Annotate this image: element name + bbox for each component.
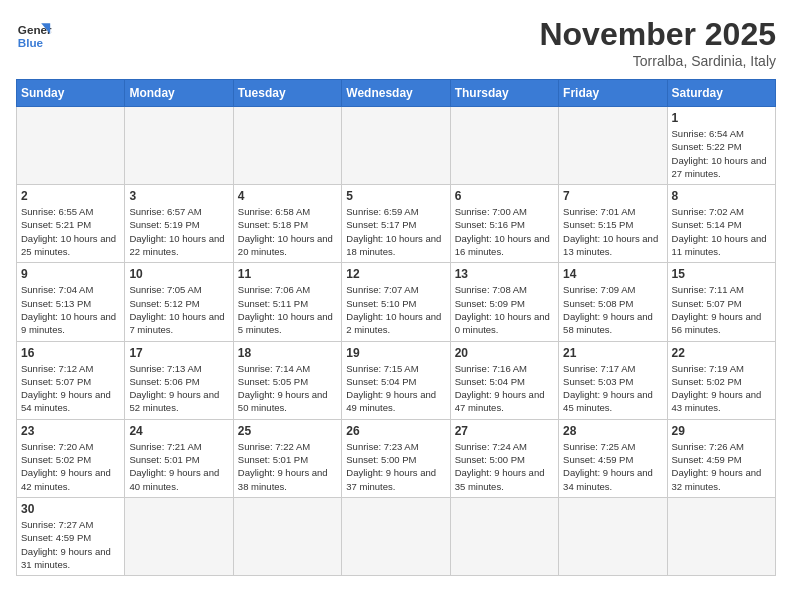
day-info: Sunrise: 6:55 AM Sunset: 5:21 PM Dayligh… <box>21 205 120 258</box>
day-number: 11 <box>238 267 337 281</box>
day-number: 7 <box>563 189 662 203</box>
day-number: 4 <box>238 189 337 203</box>
svg-text:Blue: Blue <box>18 36 44 49</box>
day-info: Sunrise: 7:17 AM Sunset: 5:03 PM Dayligh… <box>563 362 662 415</box>
day-info: Sunrise: 7:05 AM Sunset: 5:12 PM Dayligh… <box>129 283 228 336</box>
day-number: 21 <box>563 346 662 360</box>
calendar-cell <box>450 107 558 185</box>
day-number: 5 <box>346 189 445 203</box>
calendar-cell: 9Sunrise: 7:04 AM Sunset: 5:13 PM Daylig… <box>17 263 125 341</box>
day-number: 27 <box>455 424 554 438</box>
calendar-cell <box>125 107 233 185</box>
calendar-week-row: 2Sunrise: 6:55 AM Sunset: 5:21 PM Daylig… <box>17 185 776 263</box>
weekday-header-saturday: Saturday <box>667 80 775 107</box>
calendar-week-row: 30Sunrise: 7:27 AM Sunset: 4:59 PM Dayli… <box>17 497 776 575</box>
day-number: 23 <box>21 424 120 438</box>
day-info: Sunrise: 7:11 AM Sunset: 5:07 PM Dayligh… <box>672 283 771 336</box>
day-number: 18 <box>238 346 337 360</box>
calendar-cell: 4Sunrise: 6:58 AM Sunset: 5:18 PM Daylig… <box>233 185 341 263</box>
day-info: Sunrise: 6:54 AM Sunset: 5:22 PM Dayligh… <box>672 127 771 180</box>
day-info: Sunrise: 7:22 AM Sunset: 5:01 PM Dayligh… <box>238 440 337 493</box>
day-number: 22 <box>672 346 771 360</box>
weekday-header-tuesday: Tuesday <box>233 80 341 107</box>
logo: General Blue <box>16 16 52 52</box>
calendar-cell: 25Sunrise: 7:22 AM Sunset: 5:01 PM Dayli… <box>233 419 341 497</box>
calendar-cell: 8Sunrise: 7:02 AM Sunset: 5:14 PM Daylig… <box>667 185 775 263</box>
day-info: Sunrise: 7:09 AM Sunset: 5:08 PM Dayligh… <box>563 283 662 336</box>
weekday-header-wednesday: Wednesday <box>342 80 450 107</box>
day-info: Sunrise: 7:07 AM Sunset: 5:10 PM Dayligh… <box>346 283 445 336</box>
calendar-cell <box>342 497 450 575</box>
day-number: 1 <box>672 111 771 125</box>
day-info: Sunrise: 7:14 AM Sunset: 5:05 PM Dayligh… <box>238 362 337 415</box>
calendar-table: SundayMondayTuesdayWednesdayThursdayFrid… <box>16 79 776 576</box>
calendar-cell: 12Sunrise: 7:07 AM Sunset: 5:10 PM Dayli… <box>342 263 450 341</box>
month-title: November 2025 <box>539 16 776 53</box>
day-number: 30 <box>21 502 120 516</box>
calendar-cell: 1Sunrise: 6:54 AM Sunset: 5:22 PM Daylig… <box>667 107 775 185</box>
calendar-cell <box>450 497 558 575</box>
calendar-cell <box>233 107 341 185</box>
day-number: 2 <box>21 189 120 203</box>
page-header: General Blue November 2025 Torralba, Sar… <box>16 16 776 69</box>
calendar-cell: 22Sunrise: 7:19 AM Sunset: 5:02 PM Dayli… <box>667 341 775 419</box>
calendar-cell: 30Sunrise: 7:27 AM Sunset: 4:59 PM Dayli… <box>17 497 125 575</box>
day-number: 25 <box>238 424 337 438</box>
calendar-cell: 11Sunrise: 7:06 AM Sunset: 5:11 PM Dayli… <box>233 263 341 341</box>
day-info: Sunrise: 7:20 AM Sunset: 5:02 PM Dayligh… <box>21 440 120 493</box>
title-block: November 2025 Torralba, Sardinia, Italy <box>539 16 776 69</box>
calendar-cell: 24Sunrise: 7:21 AM Sunset: 5:01 PM Dayli… <box>125 419 233 497</box>
day-info: Sunrise: 7:25 AM Sunset: 4:59 PM Dayligh… <box>563 440 662 493</box>
day-info: Sunrise: 7:04 AM Sunset: 5:13 PM Dayligh… <box>21 283 120 336</box>
day-info: Sunrise: 7:27 AM Sunset: 4:59 PM Dayligh… <box>21 518 120 571</box>
logo-icon: General Blue <box>16 16 52 52</box>
day-info: Sunrise: 7:21 AM Sunset: 5:01 PM Dayligh… <box>129 440 228 493</box>
calendar-cell: 26Sunrise: 7:23 AM Sunset: 5:00 PM Dayli… <box>342 419 450 497</box>
calendar-cell: 16Sunrise: 7:12 AM Sunset: 5:07 PM Dayli… <box>17 341 125 419</box>
calendar-cell: 20Sunrise: 7:16 AM Sunset: 5:04 PM Dayli… <box>450 341 558 419</box>
calendar-cell <box>125 497 233 575</box>
day-number: 14 <box>563 267 662 281</box>
day-number: 10 <box>129 267 228 281</box>
day-number: 15 <box>672 267 771 281</box>
calendar-cell: 17Sunrise: 7:13 AM Sunset: 5:06 PM Dayli… <box>125 341 233 419</box>
calendar-cell: 15Sunrise: 7:11 AM Sunset: 5:07 PM Dayli… <box>667 263 775 341</box>
day-info: Sunrise: 7:15 AM Sunset: 5:04 PM Dayligh… <box>346 362 445 415</box>
day-info: Sunrise: 7:01 AM Sunset: 5:15 PM Dayligh… <box>563 205 662 258</box>
calendar-cell: 7Sunrise: 7:01 AM Sunset: 5:15 PM Daylig… <box>559 185 667 263</box>
day-info: Sunrise: 7:16 AM Sunset: 5:04 PM Dayligh… <box>455 362 554 415</box>
calendar-cell: 14Sunrise: 7:09 AM Sunset: 5:08 PM Dayli… <box>559 263 667 341</box>
day-number: 17 <box>129 346 228 360</box>
day-number: 24 <box>129 424 228 438</box>
day-info: Sunrise: 7:24 AM Sunset: 5:00 PM Dayligh… <box>455 440 554 493</box>
calendar-cell <box>233 497 341 575</box>
day-info: Sunrise: 6:59 AM Sunset: 5:17 PM Dayligh… <box>346 205 445 258</box>
day-info: Sunrise: 6:58 AM Sunset: 5:18 PM Dayligh… <box>238 205 337 258</box>
calendar-cell: 13Sunrise: 7:08 AM Sunset: 5:09 PM Dayli… <box>450 263 558 341</box>
day-info: Sunrise: 6:57 AM Sunset: 5:19 PM Dayligh… <box>129 205 228 258</box>
day-info: Sunrise: 7:13 AM Sunset: 5:06 PM Dayligh… <box>129 362 228 415</box>
calendar-cell: 3Sunrise: 6:57 AM Sunset: 5:19 PM Daylig… <box>125 185 233 263</box>
calendar-cell: 21Sunrise: 7:17 AM Sunset: 5:03 PM Dayli… <box>559 341 667 419</box>
calendar-week-row: 16Sunrise: 7:12 AM Sunset: 5:07 PM Dayli… <box>17 341 776 419</box>
day-number: 3 <box>129 189 228 203</box>
calendar-week-row: 9Sunrise: 7:04 AM Sunset: 5:13 PM Daylig… <box>17 263 776 341</box>
weekday-header-sunday: Sunday <box>17 80 125 107</box>
calendar-cell: 19Sunrise: 7:15 AM Sunset: 5:04 PM Dayli… <box>342 341 450 419</box>
day-number: 13 <box>455 267 554 281</box>
calendar-cell <box>559 107 667 185</box>
calendar-cell: 5Sunrise: 6:59 AM Sunset: 5:17 PM Daylig… <box>342 185 450 263</box>
calendar-week-row: 23Sunrise: 7:20 AM Sunset: 5:02 PM Dayli… <box>17 419 776 497</box>
calendar-cell <box>17 107 125 185</box>
weekday-header-thursday: Thursday <box>450 80 558 107</box>
calendar-cell <box>559 497 667 575</box>
calendar-cell <box>342 107 450 185</box>
calendar-cell <box>667 497 775 575</box>
calendar-cell: 18Sunrise: 7:14 AM Sunset: 5:05 PM Dayli… <box>233 341 341 419</box>
day-info: Sunrise: 7:02 AM Sunset: 5:14 PM Dayligh… <box>672 205 771 258</box>
day-number: 28 <box>563 424 662 438</box>
day-number: 8 <box>672 189 771 203</box>
calendar-cell: 28Sunrise: 7:25 AM Sunset: 4:59 PM Dayli… <box>559 419 667 497</box>
weekday-header-monday: Monday <box>125 80 233 107</box>
day-number: 29 <box>672 424 771 438</box>
